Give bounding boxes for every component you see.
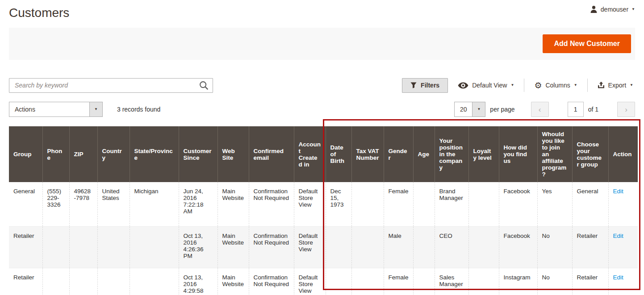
export-control[interactable]: Export ▼ — [596, 82, 635, 89]
search-box — [9, 78, 213, 93]
column-header: Action — [608, 126, 638, 182]
table-cell: Edit — [608, 182, 638, 226]
actions-dropdown[interactable]: Actions ▼ — [9, 102, 103, 117]
edit-link[interactable]: Edit — [613, 233, 623, 239]
column-header: Age — [413, 126, 435, 182]
table-cell: Confirmation Not Required — [249, 182, 294, 226]
table-cell: No — [537, 226, 572, 268]
column-header: Account Created in — [294, 126, 326, 182]
table-cell: CEO — [435, 226, 468, 268]
per-page-dropdown[interactable]: 20 ▼ — [454, 102, 485, 117]
toolbar-divider — [524, 79, 524, 92]
column-header: Gender — [384, 126, 413, 182]
page-header: Customers demouser ▼ — [0, 0, 644, 22]
eye-icon — [458, 82, 468, 89]
magnifier-icon — [199, 81, 209, 90]
current-page-input[interactable] — [568, 102, 584, 117]
column-header: Web Site — [217, 126, 249, 182]
table-cell: Oct 13, 2016 4:29:58 PM — [179, 268, 217, 295]
table-cell: Default Store View — [294, 182, 326, 226]
edit-link[interactable]: Edit — [613, 274, 623, 281]
table-cell — [413, 226, 435, 268]
user-name: demouser — [601, 6, 628, 13]
table-cell — [351, 182, 384, 226]
table-cell: 49628-7978 — [69, 182, 97, 226]
add-new-customer-button[interactable]: Add New Customer — [543, 34, 631, 53]
caret-down-icon: ▼ — [89, 102, 102, 116]
caret-down-icon: ▼ — [630, 83, 633, 87]
caret-down-icon: ▼ — [472, 102, 485, 116]
table-cell: Main Website — [217, 182, 249, 226]
previous-page-button[interactable]: ‹ — [531, 102, 549, 117]
table-cell: Retailer — [9, 268, 42, 295]
actions-dropdown-value: Actions — [9, 102, 89, 116]
table-cell: Facebook — [499, 182, 537, 226]
table-cell: General — [572, 182, 608, 226]
search-input[interactable] — [9, 78, 213, 93]
toolbar-controls: Filters Default View ▼ ⚙ Columns ▼ Expor… — [402, 78, 635, 93]
grid-toolbar: Filters Default View ▼ ⚙ Columns ▼ Expor… — [9, 78, 635, 93]
person-icon — [590, 5, 598, 13]
table-row: RetailerOct 13, 2016 4:26:36 PMMain Webs… — [9, 226, 638, 268]
table-cell — [42, 268, 69, 295]
gear-icon: ⚙ — [534, 81, 542, 90]
column-header: State/Province — [130, 126, 179, 182]
column-header: Whould you like to join an affiliate pro… — [537, 126, 572, 182]
table-cell: Oct 13, 2016 4:26:36 PM — [179, 226, 217, 268]
pagination: 20 ▼ per page ‹ of 1 › — [454, 102, 635, 117]
customers-grid: GroupPhoneZIPCountryState/ProvinceCustom… — [9, 126, 635, 295]
column-header: ZIP — [69, 126, 97, 182]
table-cell: Michigan — [130, 182, 179, 226]
view-label: Default View — [472, 82, 507, 89]
columns-control[interactable]: ⚙ Columns ▼ — [532, 81, 579, 90]
table-cell: Confirmation Not Required — [249, 268, 294, 295]
table-cell: Edit — [608, 226, 638, 268]
column-header: Phone — [42, 126, 69, 182]
table-cell: Sales Manager — [435, 268, 468, 295]
table-cell — [351, 268, 384, 295]
table-cell — [130, 226, 179, 268]
table-cell — [97, 268, 130, 295]
table-cell: Retailer — [572, 268, 608, 295]
user-menu[interactable]: demouser ▼ — [590, 0, 635, 13]
export-label: Export — [608, 82, 626, 89]
table-cell: Main Website — [217, 268, 249, 295]
column-header: Your position in the company — [435, 126, 468, 182]
table-cell — [351, 226, 384, 268]
export-icon — [598, 82, 605, 89]
table-cell: Default Store View — [294, 268, 326, 295]
view-switcher[interactable]: Default View ▼ — [456, 82, 516, 89]
column-header: Loyalty level — [468, 126, 499, 182]
table-cell: Dec 15, 1973 — [326, 182, 351, 226]
filters-label: Filters — [421, 82, 439, 89]
edit-link[interactable]: Edit — [613, 188, 623, 195]
table-cell — [326, 268, 351, 295]
table-cell: No — [537, 268, 572, 295]
grid-controls-row: Actions ▼ 3 records found 20 ▼ per page … — [9, 102, 635, 117]
table-cell — [130, 268, 179, 295]
columns-label: Columns — [545, 82, 570, 89]
search-button[interactable] — [199, 81, 209, 90]
column-header: How did you find us — [499, 126, 537, 182]
total-pages-label: of 1 — [588, 106, 598, 113]
table-cell — [42, 226, 69, 268]
page-actions-band: Add New Customer — [9, 28, 635, 60]
table-cell: Yes — [537, 182, 572, 226]
filters-button[interactable]: Filters — [402, 78, 448, 93]
column-header: Confirmed email — [249, 126, 294, 182]
table-cell — [468, 182, 499, 226]
next-page-button[interactable]: › — [617, 102, 635, 117]
table-cell: Female — [384, 268, 413, 295]
table-cell: Instagram — [499, 268, 537, 295]
per-page-value: 20 — [455, 102, 472, 116]
table-cell: Confirmation Not Required — [249, 226, 294, 268]
column-header: Country — [97, 126, 130, 182]
table-cell: Facebook — [499, 226, 537, 268]
table-cell: Edit — [608, 268, 638, 295]
caret-down-icon: ▼ — [631, 8, 635, 11]
records-found-text: 3 records found — [117, 106, 160, 113]
table-cell: United States — [97, 182, 130, 226]
table-cell — [413, 182, 435, 226]
column-header: Choose your customer group — [572, 126, 608, 182]
table-cell: Brand Manager — [435, 182, 468, 226]
